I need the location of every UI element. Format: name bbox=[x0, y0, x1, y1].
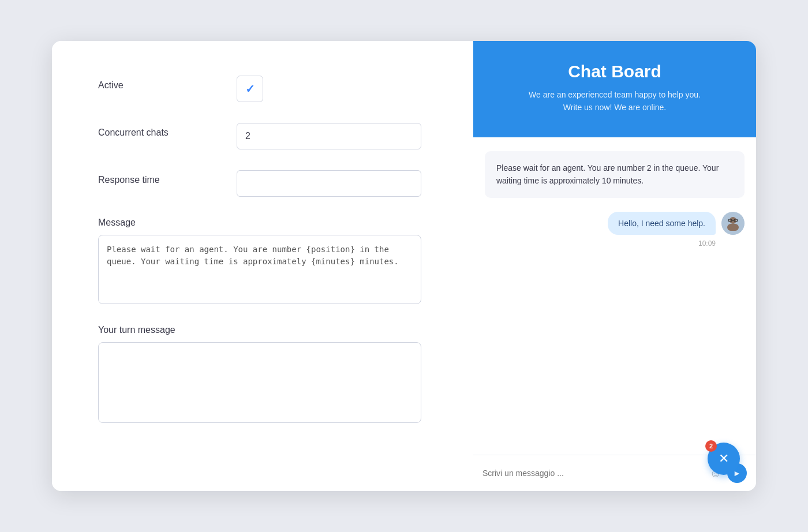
concurrent-chats-input[interactable] bbox=[237, 123, 421, 149]
chat-input[interactable] bbox=[482, 469, 704, 478]
message-time: 10:09 bbox=[698, 239, 716, 248]
checkmark-icon: ✓ bbox=[245, 82, 255, 96]
left-panel: Active ✓ Concurrent chats Response time … bbox=[52, 41, 473, 491]
your-turn-group: Your turn message bbox=[98, 325, 439, 425]
message-group: Message Please wait for an agent. You ar… bbox=[98, 218, 439, 306]
queue-message-box: Please wait for an agent. You are number… bbox=[485, 151, 745, 198]
user-message-text: Hello, I need some help. bbox=[618, 219, 705, 228]
subtitle-line2: Write us now! We are online. bbox=[563, 103, 666, 112]
subtitle-line1: We are an experienced team happy to help… bbox=[529, 90, 701, 99]
chat-body: Please wait for an agent. You are number… bbox=[473, 137, 756, 455]
chat-title: Chat Board bbox=[491, 62, 739, 81]
response-time-control bbox=[237, 170, 439, 197]
right-panel: Chat Board We are an experienced team ha… bbox=[473, 41, 756, 491]
message-textarea[interactable]: Please wait for an agent. You are number… bbox=[98, 235, 421, 304]
notification-badge: 2 bbox=[705, 440, 717, 452]
chat-header: Chat Board We are an experienced team ha… bbox=[473, 41, 756, 137]
active-label: Active bbox=[98, 76, 237, 91]
avatar bbox=[721, 212, 745, 235]
queue-message-text: Please wait for an agent. You are number… bbox=[496, 162, 733, 188]
main-container: Active ✓ Concurrent chats Response time … bbox=[52, 41, 756, 491]
response-time-label: Response time bbox=[98, 170, 237, 185]
active-row: Active ✓ bbox=[98, 76, 439, 102]
response-time-row: Response time bbox=[98, 170, 439, 197]
user-message-bubble: Hello, I need some help. bbox=[608, 212, 716, 235]
concurrent-chats-row: Concurrent chats bbox=[98, 123, 439, 149]
close-icon: ✕ bbox=[719, 452, 729, 465]
your-turn-textarea[interactable] bbox=[98, 342, 421, 423]
svg-rect-2 bbox=[727, 224, 739, 231]
concurrent-chats-label: Concurrent chats bbox=[98, 123, 237, 138]
concurrent-chats-control bbox=[237, 123, 439, 149]
chat-subtitle: We are an experienced team happy to help… bbox=[491, 88, 739, 114]
message-row: Hello, I need some help. bbox=[608, 212, 745, 235]
close-button[interactable]: 2 ✕ bbox=[708, 443, 740, 475]
active-checkbox[interactable]: ✓ bbox=[237, 76, 263, 102]
response-time-input[interactable] bbox=[237, 170, 421, 197]
chat-messages: Hello, I need some help. bbox=[485, 212, 745, 455]
your-turn-label: Your turn message bbox=[98, 325, 439, 335]
message-label: Message bbox=[98, 218, 439, 228]
close-button-container: 2 ✕ bbox=[708, 443, 740, 475]
active-control: ✓ bbox=[237, 76, 439, 102]
